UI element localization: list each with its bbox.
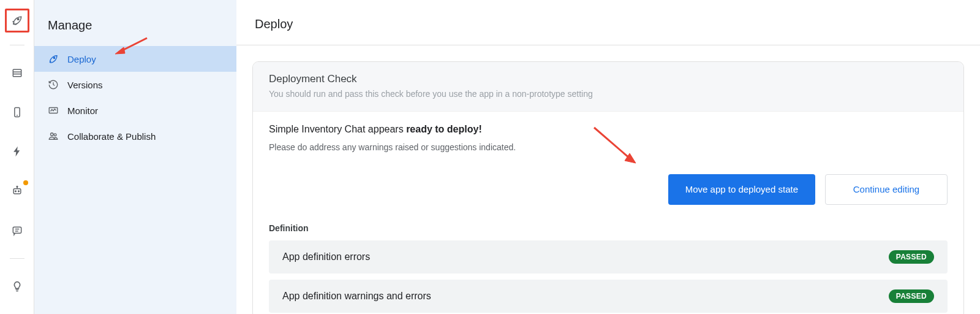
rocket-icon bbox=[11, 14, 23, 26]
main-body: Deployment Check You should run and pass… bbox=[236, 45, 980, 314]
sidebar-title: Manage bbox=[34, 11, 236, 46]
notification-dot bbox=[23, 180, 28, 185]
check-row[interactable]: App definition errors PASSED bbox=[269, 240, 948, 274]
card-subtitle: You should run and pass this check befor… bbox=[269, 89, 948, 99]
svg-point-16 bbox=[51, 133, 54, 136]
rail-chat[interactable] bbox=[5, 219, 29, 242]
chat-icon bbox=[11, 224, 23, 237]
rail-assistant[interactable] bbox=[5, 179, 29, 202]
svg-point-10 bbox=[17, 186, 18, 188]
svg-rect-11 bbox=[13, 227, 21, 233]
check-row-label: App definition errors bbox=[282, 251, 370, 262]
bolt-icon bbox=[11, 145, 23, 158]
mobile-icon bbox=[11, 106, 23, 118]
rail-manage[interactable] bbox=[5, 9, 29, 33]
robot-icon bbox=[11, 185, 23, 197]
card-title: Deployment Check bbox=[269, 73, 948, 85]
sidebar-item-label: Versions bbox=[67, 80, 103, 90]
button-row: Move app to deployed state Continue edit… bbox=[253, 174, 963, 221]
rail-data[interactable] bbox=[5, 61, 29, 84]
status-badge: PASSED bbox=[889, 250, 934, 264]
rail-automation[interactable] bbox=[5, 140, 29, 163]
section-label-definition: Definition bbox=[253, 221, 963, 240]
data-icon bbox=[11, 67, 23, 79]
users-icon bbox=[48, 131, 59, 142]
activity-icon bbox=[48, 105, 59, 116]
divider bbox=[10, 258, 24, 259]
sidebar-item-label: Collaborate & Publish bbox=[67, 131, 156, 142]
history-icon bbox=[48, 79, 59, 90]
main-panel: Deploy Deployment Check You should run a… bbox=[236, 0, 980, 314]
deployment-check-card: Deployment Check You should run and pass… bbox=[252, 61, 964, 314]
status-prefix: Simple Inventory Chat appears bbox=[269, 124, 406, 134]
check-row-label: App definition warnings and errors bbox=[282, 291, 431, 302]
bulb-icon bbox=[11, 280, 23, 293]
sidebar-item-collaborate[interactable]: Collaborate & Publish bbox=[34, 123, 236, 149]
icon-rail bbox=[0, 0, 34, 314]
divider bbox=[10, 45, 24, 45]
card-status-block: Simple Inventory Chat appears ready to d… bbox=[253, 112, 963, 174]
continue-editing-button[interactable]: Continue editing bbox=[825, 174, 948, 205]
svg-point-0 bbox=[17, 18, 19, 20]
card-header: Deployment Check You should run and pass… bbox=[253, 62, 963, 112]
status-badge: PASSED bbox=[889, 289, 934, 303]
svg-rect-1 bbox=[13, 69, 21, 77]
sidebar-item-deploy[interactable]: Deploy bbox=[34, 46, 236, 72]
svg-point-7 bbox=[15, 191, 16, 192]
rail-mobile[interactable] bbox=[5, 101, 29, 124]
move-to-deployed-button[interactable]: Move app to deployed state bbox=[668, 174, 815, 205]
sidebar-item-versions[interactable]: Versions bbox=[34, 72, 236, 98]
check-row[interactable]: App definition warnings and errors PASSE… bbox=[269, 280, 948, 313]
status-strong: ready to deploy! bbox=[406, 124, 482, 134]
svg-point-14 bbox=[53, 57, 55, 58]
svg-point-8 bbox=[18, 191, 19, 192]
status-note: Please do address any warnings raised or… bbox=[269, 142, 948, 152]
sidebar-item-label: Deploy bbox=[67, 54, 96, 64]
rocket-icon bbox=[48, 53, 59, 64]
sidebar-item-monitor[interactable]: Monitor bbox=[34, 98, 236, 123]
deploy-status-line: Simple Inventory Chat appears ready to d… bbox=[269, 124, 948, 135]
sidebar-item-label: Monitor bbox=[67, 105, 98, 116]
page-title: Deploy bbox=[236, 0, 980, 45]
sidebar: Manage Deploy Versions Monitor Collabora… bbox=[34, 0, 236, 314]
svg-point-17 bbox=[54, 134, 56, 136]
rail-tips[interactable] bbox=[5, 275, 29, 298]
